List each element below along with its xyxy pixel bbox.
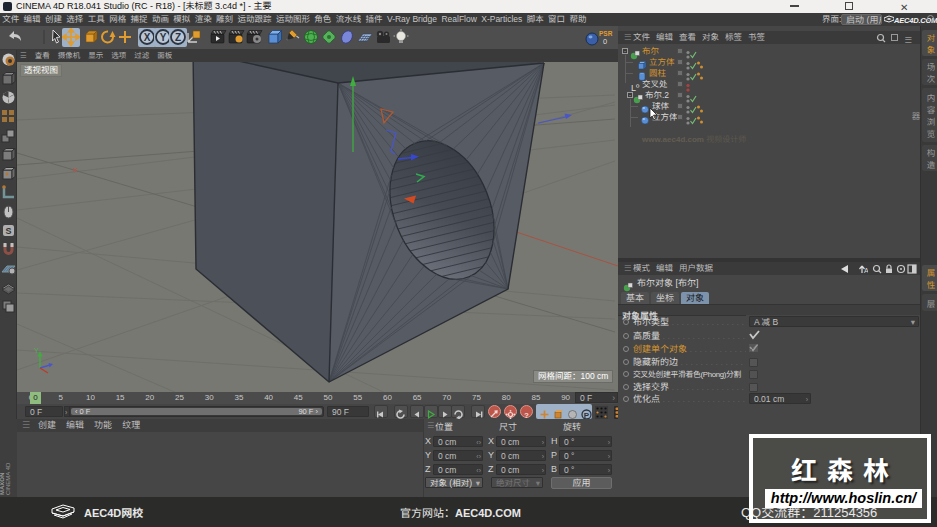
svg-text:Y: Y bbox=[159, 32, 166, 43]
svg-text:Z: Z bbox=[175, 32, 181, 43]
svg-text:A: A bbox=[864, 267, 868, 274]
svg-text:PSR: PSR bbox=[599, 30, 613, 37]
svg-text:0: 0 bbox=[603, 37, 607, 46]
svg-text:X: X bbox=[144, 32, 151, 43]
svg-text:Y: Y bbox=[34, 347, 39, 354]
svg-text:S: S bbox=[5, 226, 11, 236]
